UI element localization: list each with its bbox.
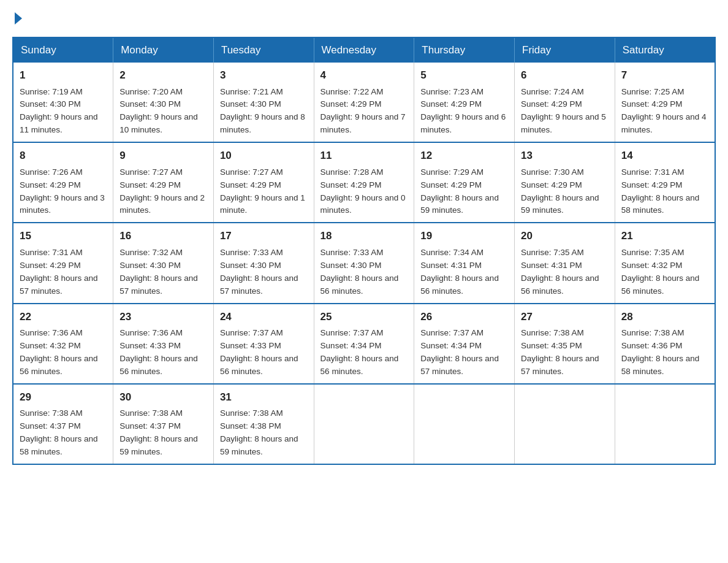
logo-arrow-icon [15, 12, 22, 25]
calendar-cell: 4Sunrise: 7:22 AMSunset: 4:29 PMDaylight… [314, 63, 414, 142]
day-number: 27 [521, 309, 609, 325]
day-info: Sunrise: 7:26 AMSunset: 4:29 PMDaylight:… [20, 167, 105, 215]
calendar-cell: 31Sunrise: 7:38 AMSunset: 4:38 PMDayligh… [213, 384, 314, 464]
day-info: Sunrise: 7:30 AMSunset: 4:29 PMDaylight:… [521, 167, 599, 215]
day-number: 11 [320, 148, 408, 164]
calendar-cell: 15Sunrise: 7:31 AMSunset: 4:29 PMDayligh… [13, 223, 113, 303]
day-number: 31 [220, 389, 308, 405]
logo [12, 12, 22, 25]
calendar-cell: 3Sunrise: 7:21 AMSunset: 4:30 PMDaylight… [213, 63, 314, 142]
day-number: 4 [320, 67, 408, 83]
day-number: 20 [521, 228, 609, 244]
day-number: 2 [119, 67, 207, 83]
day-info: Sunrise: 7:38 AMSunset: 4:36 PMDaylight:… [621, 328, 700, 376]
day-of-week-header: Tuesday [213, 37, 314, 63]
calendar-cell: 30Sunrise: 7:38 AMSunset: 4:37 PMDayligh… [113, 384, 214, 464]
day-number: 1 [20, 67, 107, 83]
day-number: 18 [320, 228, 408, 244]
calendar-cell [414, 384, 515, 464]
day-info: Sunrise: 7:33 AMSunset: 4:30 PMDaylight:… [320, 248, 399, 296]
day-info: Sunrise: 7:27 AMSunset: 4:29 PMDaylight:… [119, 167, 205, 215]
day-number: 6 [521, 67, 609, 83]
day-info: Sunrise: 7:37 AMSunset: 4:33 PMDaylight:… [220, 328, 298, 376]
calendar-table: SundayMondayTuesdayWednesdayThursdayFrid… [12, 37, 716, 465]
day-number: 8 [20, 148, 107, 164]
calendar-week-row: 29Sunrise: 7:38 AMSunset: 4:37 PMDayligh… [13, 384, 715, 464]
day-info: Sunrise: 7:38 AMSunset: 4:37 PMDaylight:… [20, 408, 98, 456]
calendar-cell: 16Sunrise: 7:32 AMSunset: 4:30 PMDayligh… [113, 223, 214, 303]
page-header [12, 12, 716, 25]
day-number: 14 [621, 148, 708, 164]
day-number: 16 [119, 228, 207, 244]
day-number: 3 [220, 67, 308, 83]
day-info: Sunrise: 7:37 AMSunset: 4:34 PMDaylight:… [320, 328, 399, 376]
day-info: Sunrise: 7:28 AMSunset: 4:29 PMDaylight:… [320, 167, 406, 215]
day-of-week-header: Saturday [615, 37, 715, 63]
calendar-cell [314, 384, 414, 464]
calendar-cell: 8Sunrise: 7:26 AMSunset: 4:29 PMDaylight… [13, 142, 113, 223]
calendar-cell: 2Sunrise: 7:20 AMSunset: 4:30 PMDaylight… [113, 63, 214, 142]
day-info: Sunrise: 7:38 AMSunset: 4:38 PMDaylight:… [220, 408, 298, 456]
calendar-cell: 14Sunrise: 7:31 AMSunset: 4:29 PMDayligh… [615, 142, 715, 223]
calendar-cell: 10Sunrise: 7:27 AMSunset: 4:29 PMDayligh… [213, 142, 314, 223]
day-info: Sunrise: 7:19 AMSunset: 4:30 PMDaylight:… [20, 87, 98, 135]
calendar-cell: 21Sunrise: 7:35 AMSunset: 4:32 PMDayligh… [615, 223, 715, 303]
day-number: 22 [20, 309, 107, 325]
calendar-cell: 11Sunrise: 7:28 AMSunset: 4:29 PMDayligh… [314, 142, 414, 223]
calendar-cell: 6Sunrise: 7:24 AMSunset: 4:29 PMDaylight… [515, 63, 615, 142]
calendar-cell: 25Sunrise: 7:37 AMSunset: 4:34 PMDayligh… [314, 304, 414, 384]
calendar-cell: 22Sunrise: 7:36 AMSunset: 4:32 PMDayligh… [13, 304, 113, 384]
day-of-week-header: Wednesday [314, 37, 414, 63]
day-info: Sunrise: 7:37 AMSunset: 4:34 PMDaylight:… [420, 328, 499, 376]
day-number: 30 [119, 389, 207, 405]
day-number: 23 [119, 309, 207, 325]
day-of-week-header: Monday [113, 37, 214, 63]
day-of-week-header: Thursday [414, 37, 515, 63]
calendar-header-row: SundayMondayTuesdayWednesdayThursdayFrid… [13, 37, 715, 63]
day-number: 25 [320, 309, 408, 325]
day-info: Sunrise: 7:25 AMSunset: 4:29 PMDaylight:… [621, 87, 707, 135]
calendar-cell: 24Sunrise: 7:37 AMSunset: 4:33 PMDayligh… [213, 304, 314, 384]
calendar-cell: 19Sunrise: 7:34 AMSunset: 4:31 PMDayligh… [414, 223, 515, 303]
calendar-cell: 23Sunrise: 7:36 AMSunset: 4:33 PMDayligh… [113, 304, 214, 384]
day-info: Sunrise: 7:35 AMSunset: 4:31 PMDaylight:… [521, 248, 599, 296]
day-number: 19 [420, 228, 508, 244]
day-info: Sunrise: 7:24 AMSunset: 4:29 PMDaylight:… [521, 87, 606, 135]
calendar-cell [615, 384, 715, 464]
day-info: Sunrise: 7:27 AMSunset: 4:29 PMDaylight:… [220, 167, 305, 215]
day-number: 9 [119, 148, 207, 164]
calendar-cell: 1Sunrise: 7:19 AMSunset: 4:30 PMDaylight… [13, 63, 113, 142]
day-info: Sunrise: 7:38 AMSunset: 4:35 PMDaylight:… [521, 328, 599, 376]
day-number: 24 [220, 309, 308, 325]
calendar-cell: 27Sunrise: 7:38 AMSunset: 4:35 PMDayligh… [515, 304, 615, 384]
calendar-week-row: 22Sunrise: 7:36 AMSunset: 4:32 PMDayligh… [13, 304, 715, 384]
calendar-cell: 29Sunrise: 7:38 AMSunset: 4:37 PMDayligh… [13, 384, 113, 464]
day-info: Sunrise: 7:31 AMSunset: 4:29 PMDaylight:… [621, 167, 700, 215]
day-number: 12 [420, 148, 508, 164]
day-number: 28 [621, 309, 708, 325]
day-number: 13 [521, 148, 609, 164]
day-info: Sunrise: 7:33 AMSunset: 4:30 PMDaylight:… [220, 248, 298, 296]
calendar-cell: 26Sunrise: 7:37 AMSunset: 4:34 PMDayligh… [414, 304, 515, 384]
day-number: 7 [621, 67, 708, 83]
day-info: Sunrise: 7:21 AMSunset: 4:30 PMDaylight:… [220, 87, 305, 135]
calendar-cell: 17Sunrise: 7:33 AMSunset: 4:30 PMDayligh… [213, 223, 314, 303]
calendar-week-row: 8Sunrise: 7:26 AMSunset: 4:29 PMDaylight… [13, 142, 715, 223]
day-info: Sunrise: 7:31 AMSunset: 4:29 PMDaylight:… [20, 248, 98, 296]
day-info: Sunrise: 7:34 AMSunset: 4:31 PMDaylight:… [420, 248, 499, 296]
calendar-cell: 12Sunrise: 7:29 AMSunset: 4:29 PMDayligh… [414, 142, 515, 223]
day-number: 29 [20, 389, 107, 405]
calendar-cell [515, 384, 615, 464]
day-number: 15 [20, 228, 107, 244]
day-number: 10 [220, 148, 308, 164]
day-number: 17 [220, 228, 308, 244]
day-of-week-header: Friday [515, 37, 615, 63]
day-info: Sunrise: 7:22 AMSunset: 4:29 PMDaylight:… [320, 87, 406, 135]
calendar-cell: 5Sunrise: 7:23 AMSunset: 4:29 PMDaylight… [414, 63, 515, 142]
day-info: Sunrise: 7:23 AMSunset: 4:29 PMDaylight:… [420, 87, 506, 135]
day-info: Sunrise: 7:32 AMSunset: 4:30 PMDaylight:… [119, 248, 198, 296]
day-number: 26 [420, 309, 508, 325]
calendar-week-row: 1Sunrise: 7:19 AMSunset: 4:30 PMDaylight… [13, 63, 715, 142]
calendar-cell: 7Sunrise: 7:25 AMSunset: 4:29 PMDaylight… [615, 63, 715, 142]
calendar-cell: 18Sunrise: 7:33 AMSunset: 4:30 PMDayligh… [314, 223, 414, 303]
